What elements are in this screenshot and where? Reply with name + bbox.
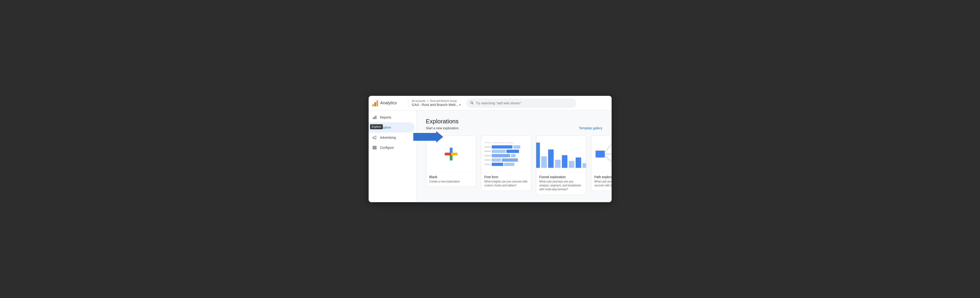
card-blank-desc: Create a new exploration [430,180,473,183]
topbar: Analytics All accounts > Root and Branch… [369,96,612,110]
svg-line-18 [605,156,612,162]
svg-rect-4 [375,116,376,119]
card-funnel-info: Funnel exploration What user journeys ca… [536,172,586,194]
sidebar-item-advertising-label: Advertising [380,136,396,139]
card-funnel[interactable]: Funnel exploration What user journeys ca… [536,135,586,194]
card-blank[interactable]: Blank Create a new exploration [426,135,476,187]
card-freeform-info: Free form What insights can you uncover … [481,172,531,191]
card-funnel-visual [536,136,586,172]
content-area: Explorations Start a new exploration Tem… [417,110,612,202]
svg-rect-2 [373,117,374,119]
breadcrumb-arrow: > [427,99,428,102]
card-freeform-desc: What insights can you uncover with custo… [484,180,528,188]
explore-tooltip: Explore [370,124,383,129]
account-label: GA4 - Root and Branch Web... [412,103,458,107]
card-path[interactable]: Path exploration What user journeys can … [591,135,612,191]
megaphone-icon [372,135,377,140]
svg-line-16 [605,144,612,153]
plus-icon [445,148,458,161]
card-funnel-title: Funnel exploration [539,175,583,179]
sidebar-item-configure[interactable]: Configure [369,143,415,153]
svg-rect-14 [373,148,376,149]
sidebar-item-explore[interactable]: Explore Explore [369,123,415,132]
svg-line-1 [473,104,473,104]
card-blank-title: Blank [430,175,473,179]
account-selector[interactable]: GA4 - Root and Branch Web... ▾ [412,103,461,107]
app-title: Analytics [380,100,397,105]
app-window: Analytics All accounts > Root and Branch… [369,96,612,202]
sidebar: Reports Explore Explore [369,110,417,202]
template-gallery-link[interactable]: Template gallery [579,126,603,130]
search-input[interactable] [476,101,573,105]
card-blank-info: Blank Create a new exploration [426,172,476,187]
cards-row: Blank Create a new exploration [426,135,603,194]
card-path-info: Path exploration What user journeys can … [591,172,612,191]
sidebar-item-reports[interactable]: Reports [369,112,415,123]
search-icon [470,101,474,105]
svg-rect-15 [595,151,605,158]
main-layout: Reports Explore Explore [369,110,612,202]
card-freeform-visual [481,136,531,172]
card-path-desc: What user journeys can you uncover with … [594,180,612,188]
card-path-title: Path exploration [594,175,612,179]
logo-area: Analytics [372,100,404,106]
svg-rect-3 [374,116,375,119]
svg-rect-13 [373,147,376,148]
sidebar-item-advertising[interactable]: Advertising [369,132,415,143]
search-bar[interactable] [466,99,576,108]
sidebar-item-configure-label: Configure [380,146,394,150]
card-freeform[interactable]: Free form What insights can you uncover … [481,135,531,191]
card-path-visual [591,136,612,172]
path-exploration-svg [593,137,612,171]
ga-logo-icon [372,100,378,106]
card-funnel-desc: What user journeys can you analyze, segm… [539,180,583,191]
list-icon [372,145,377,150]
page-title: Explorations [426,118,603,125]
card-blank-visual [426,136,476,172]
sidebar-item-reports-label: Reports [380,116,391,119]
chevron-down-icon: ▾ [460,103,461,106]
card-freeform-title: Free form [484,175,528,179]
funnel-bars [536,138,586,170]
breadcrumb: All accounts > Root and Branch Group [412,99,461,102]
svg-rect-12 [373,146,376,147]
bar-chart-icon [372,115,377,120]
start-new-label: Start a new exploration [426,126,459,130]
subtitle-row: Start a new exploration Template gallery [426,126,603,130]
account-area: All accounts > Root and Branch Group GA4… [408,99,461,107]
